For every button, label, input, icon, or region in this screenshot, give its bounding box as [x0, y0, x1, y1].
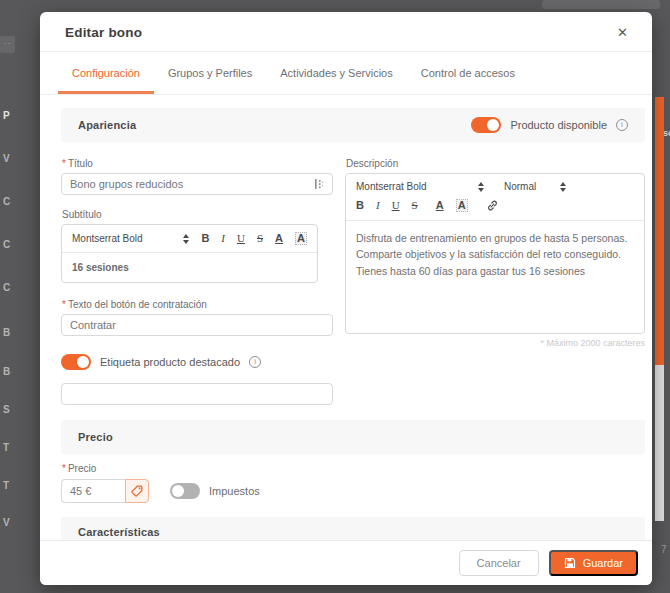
- titulo-value: Bono grupos reducidos: [70, 178, 183, 190]
- bold-button[interactable]: B: [201, 233, 209, 244]
- subtitulo-content[interactable]: 16 sesiones: [62, 253, 317, 282]
- select-arrows-icon: [560, 182, 566, 192]
- save-button-label: Guardar: [583, 557, 623, 569]
- modal-header: Editar bono ✕: [40, 12, 652, 52]
- modal-scrollbar-thumb[interactable]: [655, 97, 664, 365]
- edit-bono-modal: Editar bono ✕ Configuración Grupos y Per…: [40, 12, 652, 585]
- info-icon[interactable]: [249, 356, 261, 368]
- select-arrows-icon: [478, 182, 484, 192]
- close-icon[interactable]: ✕: [617, 26, 628, 39]
- section-title: Apariencia: [78, 119, 136, 131]
- translation-icon[interactable]: [314, 178, 324, 190]
- bold-button[interactable]: B: [356, 200, 364, 211]
- background-collapsed-button: ··: [0, 36, 15, 53]
- background-clipped-label: B: [3, 327, 15, 338]
- background-clipped-label: V: [3, 517, 15, 528]
- subtitulo-label: Subtítulo: [62, 209, 333, 220]
- modal-body: Apariencia Producto disponible *Título B…: [40, 95, 652, 540]
- max-caracteres-hint: * Máximo 2000 caracteres: [345, 338, 645, 348]
- link-icon[interactable]: [486, 199, 499, 212]
- titulo-input[interactable]: Bono grupos reducidos: [61, 173, 333, 195]
- text-color-button[interactable]: A: [275, 233, 283, 244]
- texto-boton-label: *Texto del botón de contratación: [62, 299, 333, 310]
- background-clipped-label: C: [3, 282, 15, 293]
- cancel-button[interactable]: Cancelar: [459, 550, 539, 576]
- texto-boton-input[interactable]: Contratar: [61, 314, 333, 336]
- precio-value: 45 €: [70, 485, 91, 497]
- precio-label: *Precio: [62, 463, 645, 474]
- etiqueta-destacado-label: Etiqueta producto destacado: [100, 356, 240, 368]
- etiqueta-destacado-row: Etiqueta producto destacado: [61, 354, 333, 370]
- descripcion-toolbar-row2: B I U S A A: [346, 199, 644, 221]
- info-icon[interactable]: [616, 119, 628, 131]
- price-tag-button[interactable]: [125, 479, 149, 503]
- section-precio: Precio: [61, 420, 645, 454]
- select-arrows-icon: [183, 234, 189, 244]
- tab-grupos-y-perfiles[interactable]: Grupos y Perfiles: [154, 52, 266, 94]
- size-select[interactable]: Normal: [504, 181, 566, 192]
- subtitulo-toolbar: Montserrat Bold B I U S A A: [62, 225, 317, 253]
- highlight-color-button[interactable]: A: [456, 199, 468, 212]
- italic-button[interactable]: I: [376, 200, 380, 211]
- producto-disponible-label: Producto disponible: [510, 119, 607, 131]
- impuestos-label: Impuestos: [209, 485, 260, 497]
- titulo-label: *Título: [62, 158, 333, 169]
- save-button[interactable]: Guardar: [549, 550, 638, 576]
- modal-scrollbar-track[interactable]: [655, 97, 664, 521]
- section-apariencia: Apariencia Producto disponible: [61, 108, 645, 142]
- strikethrough-button[interactable]: S: [412, 200, 418, 211]
- section-title: Características: [78, 526, 160, 538]
- subtitulo-editor: Montserrat Bold B I U S A A 16 sesiones: [61, 224, 318, 283]
- background-clipped-label: B: [3, 366, 15, 377]
- text-color-button[interactable]: A: [436, 200, 444, 211]
- section-title: Precio: [78, 431, 113, 443]
- descripcion-editor: Montserrat Bold Normal B I U S A: [345, 173, 645, 334]
- tab-configuracion[interactable]: Configuración: [58, 52, 154, 94]
- background-clipped-text: so: [663, 128, 670, 138]
- modal-title: Editar bono: [65, 25, 142, 40]
- underline-button[interactable]: U: [237, 233, 245, 244]
- impuestos-toggle[interactable]: [170, 483, 200, 499]
- background-clipped-label: T: [3, 442, 15, 453]
- background-clipped-label: V: [3, 153, 15, 164]
- tab-actividades-y-servicios[interactable]: Actividades y Servicios: [266, 52, 407, 94]
- background-clipped-text: 7: [661, 544, 667, 555]
- impuestos-row: Impuestos: [170, 483, 260, 499]
- italic-button[interactable]: I: [221, 233, 225, 244]
- descripcion-toolbar-row1: Montserrat Bold Normal: [346, 174, 644, 199]
- precio-field: *Precio 45 € Impuestos: [61, 463, 645, 503]
- strikethrough-button[interactable]: S: [257, 233, 263, 244]
- section-caracteristicas: Características: [61, 517, 645, 540]
- texto-boton-value: Contratar: [70, 319, 116, 331]
- tab-control-de-accesos[interactable]: Control de accesos: [407, 52, 529, 94]
- font-select[interactable]: Montserrat Bold: [356, 181, 484, 192]
- underline-button[interactable]: U: [392, 200, 400, 211]
- background-clipped-label: C: [3, 196, 15, 207]
- tab-bar: Configuración Grupos y Perfiles Activida…: [40, 52, 652, 95]
- producto-disponible-toggle[interactable]: [471, 117, 501, 133]
- font-select[interactable]: Montserrat Bold: [72, 233, 189, 244]
- background-clipped-label: P: [3, 110, 15, 121]
- highlight-color-button[interactable]: A: [295, 232, 307, 245]
- right-column: Descripción Montserrat Bold Normal B: [345, 158, 645, 405]
- save-floppy-icon: [564, 557, 576, 569]
- descripcion-label: Descripción: [346, 158, 645, 169]
- left-column: *Título Bono grupos reducidos Subtítulo: [61, 158, 333, 405]
- modal-footer: Cancelar Guardar: [40, 540, 652, 585]
- background-header-element: [542, 0, 660, 9]
- background-clipped-label: S: [3, 404, 15, 415]
- price-tag-icon: [131, 485, 143, 497]
- background-clipped-label: T: [3, 480, 15, 491]
- etiqueta-destacado-input[interactable]: [61, 383, 333, 405]
- etiqueta-destacado-toggle[interactable]: [61, 354, 91, 370]
- precio-input[interactable]: 45 €: [61, 479, 125, 503]
- descripcion-content[interactable]: Disfruta de entrenamiento en grupos de h…: [346, 221, 644, 333]
- background-clipped-label: C: [3, 239, 15, 250]
